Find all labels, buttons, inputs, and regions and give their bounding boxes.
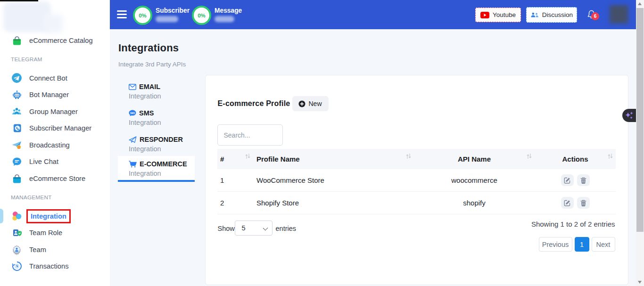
subscriber-percent: 0% bbox=[139, 13, 147, 18]
sidebar-item-broadcasting[interactable]: Broadcasting bbox=[0, 137, 110, 154]
card-heading: E-commerce Profile bbox=[218, 99, 290, 108]
sidebar-item-label: Team Role bbox=[29, 229, 62, 237]
cell-api-name: shopify bbox=[414, 192, 535, 214]
column-header-profile-name[interactable]: Profile Name bbox=[253, 149, 414, 169]
edit-button[interactable] bbox=[561, 174, 574, 186]
notification-badge: 6 bbox=[591, 12, 599, 20]
plus-circle-icon bbox=[298, 100, 305, 107]
scrollbar-down-arrow[interactable] bbox=[638, 281, 642, 284]
delete-button[interactable] bbox=[577, 174, 590, 186]
chat-bubble-icon bbox=[11, 156, 23, 168]
scrollbar-thumb[interactable] bbox=[636, 8, 644, 232]
table-row: 1 WooCommerce Store woocommerce bbox=[217, 169, 616, 192]
sidebar-item-connect-bot[interactable]: Connect Bot bbox=[0, 70, 110, 87]
new-button[interactable]: New bbox=[292, 96, 329, 111]
previous-page-button[interactable]: Previous bbox=[539, 237, 572, 252]
cell-profile-name: Shopify Store bbox=[253, 192, 414, 214]
sidebar-item-label: Transactions bbox=[29, 262, 69, 270]
sidebar-item-live-chat[interactable]: Live Chat bbox=[0, 154, 110, 171]
shopping-bag-green-icon bbox=[11, 34, 23, 46]
search-input[interactable] bbox=[217, 124, 283, 146]
main-content: Integrations Integrate 3rd Party APIs EM… bbox=[110, 29, 636, 286]
message-percent: 0% bbox=[198, 13, 206, 18]
people-group-icon bbox=[11, 106, 23, 117]
sidebar-item-label: Broadcasting bbox=[29, 141, 70, 149]
trash-icon bbox=[580, 177, 586, 184]
ecommerce-profile-card: E-commerce Profile New # Profile Name bbox=[205, 75, 628, 285]
youtube-label: Youtube bbox=[493, 11, 516, 18]
next-page-button[interactable]: Next bbox=[592, 237, 615, 252]
envelope-icon bbox=[129, 84, 136, 90]
users-icon bbox=[530, 12, 539, 18]
sidebar-item-subscriber-manager[interactable]: Subscriber Manager bbox=[0, 120, 110, 137]
column-header-api-name[interactable]: API Name bbox=[414, 149, 535, 169]
subnav-subtitle-text: Integration bbox=[129, 145, 195, 153]
sidebar-nav: eCommerce Catalog TELEGRAM Connect Bot B… bbox=[0, 32, 110, 275]
blurred-logo-part bbox=[43, 14, 63, 33]
sort-icon bbox=[527, 153, 532, 161]
sidebar-item-ecommerce-store[interactable]: eCommerce Store bbox=[0, 170, 110, 187]
app-window: eCommerce Catalog TELEGRAM Connect Bot B… bbox=[0, 0, 644, 286]
entries-summary: Showing 1 to 2 of 2 entries bbox=[531, 220, 615, 228]
delete-button[interactable] bbox=[577, 197, 590, 209]
sidebar-item-ecommerce-catalog[interactable]: eCommerce Catalog bbox=[0, 32, 110, 49]
sidebar-section-management: MANAGEMENT bbox=[0, 187, 110, 208]
cell-num: 1 bbox=[217, 169, 253, 191]
topbar: 0% Subscriber 0% Message Youtube Discuss… bbox=[110, 0, 636, 29]
column-header-num[interactable]: # bbox=[217, 149, 253, 169]
youtube-button[interactable]: Youtube bbox=[475, 8, 521, 22]
sidebar-item-label: Bot Manager bbox=[29, 91, 69, 98]
edit-icon bbox=[564, 200, 570, 206]
ai-assistant-bubble[interactable] bbox=[622, 109, 636, 122]
message-progress-ring: 0% bbox=[192, 6, 211, 25]
sidebar-item-label: Subscriber Manager bbox=[29, 124, 91, 132]
robot-icon bbox=[11, 89, 23, 101]
subscriber-label: Subscriber bbox=[156, 7, 190, 14]
show-label: Show bbox=[218, 225, 235, 232]
edit-icon bbox=[564, 177, 570, 184]
cell-num: 2 bbox=[217, 192, 253, 214]
sms-bubble-icon: SMS bbox=[129, 110, 136, 116]
sidebar-item-label: Group Manager bbox=[29, 108, 78, 115]
subnav-title-text: RESPONDER bbox=[140, 136, 183, 143]
sidebar-item-transactions[interactable]: Transactions bbox=[0, 258, 110, 275]
scrollbar-up-arrow[interactable] bbox=[638, 2, 642, 5]
sidebar-item-team[interactable]: Team bbox=[0, 241, 110, 258]
clock-history-icon bbox=[11, 261, 23, 272]
subnav-item-email[interactable]: EMAIL Integration bbox=[118, 79, 195, 105]
sort-icon bbox=[608, 153, 613, 161]
chevron-down-icon bbox=[263, 226, 268, 231]
subnav-item-ecommerce[interactable]: E-COMMERCE Integration bbox=[118, 156, 195, 182]
gear-person-icon bbox=[11, 244, 23, 255]
address-book-phone-icon bbox=[11, 123, 23, 134]
subnav-title-text: E-COMMERCE bbox=[140, 160, 187, 168]
sparkles-icon bbox=[624, 110, 635, 121]
person-shield-icon bbox=[11, 227, 23, 239]
avatar[interactable] bbox=[610, 5, 628, 24]
edit-button[interactable] bbox=[561, 197, 574, 209]
sidebar-item-group-manager[interactable]: Group Manager bbox=[0, 103, 110, 120]
page-size-select[interactable]: 5 bbox=[235, 221, 272, 236]
page-scrollbar[interactable] bbox=[636, 0, 644, 286]
sidebar-item-team-role[interactable]: Team Role bbox=[0, 225, 110, 242]
cell-actions bbox=[535, 169, 616, 191]
current-page-button[interactable]: 1 bbox=[575, 237, 589, 252]
profiles-table: # Profile Name API Name Actions bbox=[217, 149, 616, 214]
subnav-item-responder[interactable]: RESPONDER Integration bbox=[118, 131, 195, 158]
subnav-item-sms[interactable]: SMS SMS Integration bbox=[118, 105, 195, 131]
notifications-bell[interactable]: 6 bbox=[587, 9, 600, 23]
hamburger-menu-icon[interactable] bbox=[117, 10, 127, 21]
sidebar-item-label: Integration bbox=[26, 209, 71, 223]
paper-plane-icon bbox=[129, 136, 137, 143]
subnav-subtitle-text: Integration bbox=[129, 92, 195, 100]
sidebar-item-integration[interactable]: Integration bbox=[0, 208, 110, 225]
trash-icon bbox=[580, 200, 586, 206]
sidebar-item-bot-manager[interactable]: Bot Manager bbox=[0, 87, 110, 104]
sidebar-item-label: eCommerce Store bbox=[29, 175, 85, 182]
discussion-button[interactable]: Discussion bbox=[526, 7, 577, 23]
page-size-value: 5 bbox=[242, 224, 246, 232]
search-box bbox=[217, 124, 283, 146]
subnav-subtitle-text: Integration bbox=[129, 170, 195, 177]
column-header-actions[interactable]: Actions bbox=[535, 149, 616, 169]
sort-icon bbox=[245, 153, 250, 161]
